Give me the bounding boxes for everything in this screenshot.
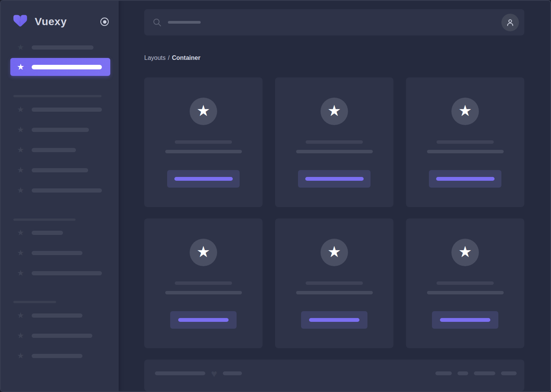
button-label-placeholder [305,177,364,181]
footer-link-placeholder [474,371,495,375]
breadcrumb-parent[interactable]: Layouts [144,55,166,61]
button-label-placeholder [440,318,490,322]
sidebar-pin-toggle[interactable] [100,18,109,26]
breadcrumb-separator: / [168,55,169,61]
section-header-placeholder [13,301,56,303]
card-star-badge: ★ [451,239,479,266]
button-label-placeholder [436,177,495,181]
footer-bar: ♥ [144,360,524,391]
sidebar-item[interactable]: ★ [1,43,119,51]
card-title-placeholder [437,140,494,144]
star-icon: ★ [17,146,24,154]
button-label-placeholder [309,318,359,322]
section-header-placeholder [13,95,102,97]
card-subtitle-placeholder [165,291,242,294]
star-icon: ★ [17,352,24,360]
search-placeholder-bar [168,21,201,24]
label-placeholder [32,45,93,50]
card-action-button[interactable] [429,170,501,188]
placeholder-card: ★ [406,218,524,348]
search-bar[interactable] [144,9,524,35]
placeholder-card: ★ [144,77,263,207]
label-placeholder [32,354,82,358]
user-icon [505,18,515,27]
star-icon: ★ [17,63,24,71]
label-placeholder [32,231,63,235]
footer-link-placeholder [458,371,468,375]
label-placeholder [32,313,82,318]
label-placeholder [32,148,76,152]
sidebar: Vuexy ★ ★ ★ ★ ★ ★ ★ ★ ★ ★ ★ ★ [1,1,119,391]
card-star-badge: ★ [321,98,348,125]
section-header-placeholder [13,218,76,221]
star-icon: ★ [17,249,24,257]
vuexy-logo-icon [11,14,29,29]
label-placeholder [32,271,102,275]
button-label-placeholder [174,177,233,181]
sidebar-item[interactable]: ★ [1,331,119,340]
sidebar-nav: ★ ★ ★ ★ ★ ★ ★ ★ ★ ★ ★ ★ ★ [1,43,119,360]
sidebar-header: Vuexy [1,1,119,31]
sidebar-item[interactable]: ★ [1,105,119,114]
app-window: Vuexy ★ ★ ★ ★ ★ ★ ★ ★ ★ ★ ★ ★ [0,0,551,392]
card-action-button[interactable] [432,311,498,329]
card-action-button[interactable] [170,311,237,329]
sidebar-item[interactable]: ★ [1,269,119,277]
footer-text-placeholder [223,371,242,375]
star-icon: ★ [17,269,24,277]
label-placeholder [32,188,102,193]
brand-title: Vuexy [35,16,67,28]
star-icon: ★ [327,244,341,259]
radio-dot-icon [103,20,106,24]
card-subtitle-placeholder [296,150,373,153]
card-action-button[interactable] [167,170,240,188]
star-icon: ★ [327,103,341,118]
label-placeholder [32,65,102,69]
placeholder-card: ★ [406,77,524,207]
breadcrumb-current: Container [172,55,201,61]
sidebar-item[interactable]: ★ [1,228,119,237]
label-placeholder [32,108,102,112]
star-icon: ★ [17,43,24,51]
star-icon: ★ [458,244,472,259]
user-avatar-button[interactable] [501,14,519,31]
sidebar-item[interactable]: ★ [1,311,119,320]
heart-icon: ♥ [211,372,217,376]
card-title-placeholder [437,281,494,285]
sidebar-item[interactable]: ★ [1,166,119,174]
star-icon: ★ [17,311,24,320]
card-star-badge: ★ [451,98,479,125]
sidebar-item[interactable]: ★ [1,352,119,360]
star-icon: ★ [17,166,24,174]
placeholder-card: ★ [275,77,393,207]
sidebar-item-active[interactable]: ★ [10,58,110,76]
star-icon: ★ [197,103,210,118]
card-title-placeholder [306,140,363,144]
placeholder-card: ★ [275,218,393,348]
card-subtitle-placeholder [427,291,504,294]
star-icon: ★ [17,125,24,134]
card-action-button[interactable] [298,170,371,188]
card-grid: ★ ★ ★ ★ [144,77,524,348]
card-star-badge: ★ [190,98,217,125]
sidebar-item[interactable]: ★ [1,146,119,154]
card-title-placeholder [175,281,232,285]
footer-link-placeholder [435,371,452,375]
star-icon: ★ [17,186,24,194]
card-action-button[interactable] [301,311,367,329]
card-subtitle-placeholder [165,150,242,153]
button-label-placeholder [178,318,229,322]
main-content: Layouts/Container ★ ★ ★ [119,1,550,391]
sidebar-item[interactable]: ★ [1,125,119,134]
sidebar-item[interactable]: ★ [1,186,119,194]
star-icon: ★ [17,105,24,114]
label-placeholder [32,128,89,132]
label-placeholder [32,334,92,338]
sidebar-item[interactable]: ★ [1,249,119,257]
card-star-badge: ★ [321,239,348,266]
footer-text-placeholder [155,371,205,375]
label-placeholder [32,251,82,255]
card-title-placeholder [175,140,232,144]
star-icon: ★ [17,331,24,340]
footer-link-placeholder [501,371,517,375]
